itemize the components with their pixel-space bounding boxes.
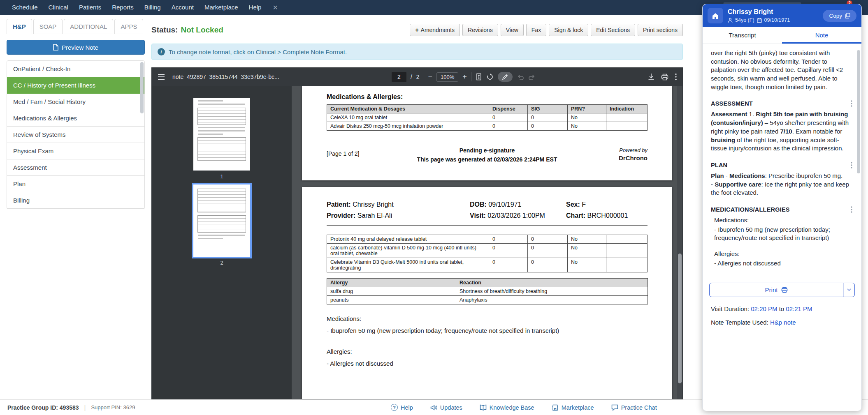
panel-allergies-line: - Allergies not discussed [714,259,853,268]
pdf-filename: note_492897_385115744_33e37b9e-bc... [172,74,279,80]
tab-hp[interactable]: H&P [7,19,32,34]
section-onpatient-checkin[interactable]: OnPatient / Check-In [7,61,144,77]
pdf-body: 1 2 Medications & Allergies: [152,86,682,399]
sidebar-scrollbar[interactable] [140,62,144,208]
table-row: peanutsAnaphylaxis [327,296,648,304]
section-cc-hpi[interactable]: CC / History of Present Illness [7,77,144,94]
panel-scrollbar[interactable] [857,50,860,173]
print-sections-button[interactable]: Print sections [638,24,683,36]
zoom-in-button[interactable]: + [462,73,467,81]
annotate-icon[interactable] [498,72,513,82]
pdf-scrollbar[interactable] [677,86,682,399]
note-section-list: OnPatient / Check-In CC / History of Pre… [7,60,145,209]
section-medications-allergies[interactable]: Medications & Allergies [7,110,144,127]
kebab-menu-icon[interactable] [850,99,853,108]
amendments-button[interactable]: Amendments [410,24,460,36]
print-note-button[interactable]: Print [709,283,855,297]
tab-transcript[interactable]: Transcript [703,27,782,44]
knowledge-base-link[interactable]: Knowledge Base [480,404,534,411]
rotate-icon[interactable] [486,73,494,81]
visit-start-time[interactable]: 02:20 PM [751,305,777,312]
calendar-icon [757,18,762,23]
toolbar-divider [424,72,424,81]
nav-help[interactable]: Help [244,0,267,15]
pdf-toolbar: note_492897_385115744_33e37b9e-bc... / 2… [152,68,682,86]
practice-group-id: Practice Group ID: 493583 [7,404,79,411]
section-billing[interactable]: Billing [7,192,144,209]
table-row: Advair Diskus 250 mcg-50 mcg inhalation … [327,122,648,131]
page-thumbnail-2[interactable] [193,184,250,257]
pdf-toolbar-right [648,73,677,81]
nav-account[interactable]: Account [166,0,199,15]
panel-allergies-label: Allergies: [714,250,853,258]
table-row: calcium (as carbonate)-vitamin D 500 mg-… [327,244,648,258]
fax-button[interactable]: Fax [526,24,546,36]
tab-note[interactable]: Note [782,27,861,44]
view-button[interactable]: View [501,24,524,36]
zoom-level[interactable]: 100% [436,72,458,82]
pdf-thumbnail-strip: 1 2 [152,86,292,399]
allergies-line: - Allergies not discussed [327,360,648,367]
tab-soap[interactable]: SOAP [33,19,63,34]
nav-clinical[interactable]: Clinical [43,0,74,15]
exam-text: over the right 5th (pinky) toe consisten… [711,49,853,91]
section-med-fam-social[interactable]: Med / Fam / Social History [7,94,144,110]
close-icon[interactable] [272,4,278,12]
edit-sections-button[interactable]: Edit Sections [591,24,635,36]
tab-additional[interactable]: ADDITIONAL [64,19,113,34]
updates-link[interactable]: Updates [430,404,462,411]
status-value: Not Locked [181,25,223,35]
kebab-menu-icon[interactable] [850,205,853,214]
page-thumbnail-1[interactable] [193,98,250,171]
revisions-button[interactable]: Revisions [462,24,498,36]
medications-line: - Ibuprofen 50 mg (new prescription toda… [327,327,648,334]
section-plan[interactable]: Plan [7,176,144,192]
fit-page-icon[interactable] [476,73,482,81]
status-label: Status: [151,25,178,35]
nav-patients[interactable]: Patients [74,0,107,15]
book-icon [480,404,487,411]
zoom-out-button[interactable]: − [428,73,433,81]
undo-icon[interactable] [517,74,524,80]
pending-esignature: Pending e-signature [388,146,586,155]
print-options-caret[interactable] [843,283,854,297]
copy-button[interactable]: Copy [823,10,856,22]
visit-end-time[interactable]: 02:21 PM [786,305,812,312]
medications-allergies-text: Medications: - Ibuprofen 50 mg (new pres… [711,216,853,267]
tab-apps[interactable]: APPS [114,19,143,34]
note-format-tabs: H&P SOAP ADDITIONAL APPS [7,19,145,34]
medications-allergies-section-title: MEDICATIONS/ALLERGIES [711,205,790,214]
section-review-of-systems[interactable]: Review of Systems [7,127,144,143]
practice-chat-link[interactable]: Practice Chat [611,404,657,411]
print-section: Print [703,276,861,297]
preview-note-button[interactable]: Preview Note [7,40,145,55]
nav-reports[interactable]: Reports [107,0,139,15]
sidebar-toggle-icon[interactable] [158,74,165,80]
print-icon[interactable] [661,74,668,81]
visit-duration-row: Visit Duration: 02:20 PM to 02:21 PM [711,305,853,312]
table-row: Protonix 40 mg oral delayed release tabl… [327,235,648,244]
kebab-menu-icon[interactable] [850,161,853,169]
section-physical-exam[interactable]: Physical Exam [7,143,144,159]
home-button[interactable] [708,8,723,23]
more-options-icon[interactable] [675,73,677,81]
toolbar-divider [471,72,471,81]
page-number-input[interactable] [392,72,406,82]
note-template-value[interactable]: H&p note [770,319,796,326]
allergies-label: Allergies: [327,348,648,355]
nav-marketplace[interactable]: Marketplace [199,0,244,15]
help-link[interactable]: Help [391,404,413,411]
nav-billing[interactable]: Billing [139,0,166,15]
marketplace-link[interactable]: Marketplace [552,404,594,411]
person-icon [728,18,733,23]
medications-label: Medications: [327,315,648,322]
updates-icon [430,404,437,411]
nav-schedule[interactable]: Schedule [7,0,43,15]
redo-icon[interactable] [528,74,536,80]
assessment-text: Assessment 1. Right 5th toe pain with br… [711,110,853,152]
patient-name: Chrissy Bright [728,8,790,16]
page-separator: / [411,74,412,80]
download-icon[interactable] [648,73,654,81]
section-assessment[interactable]: Assessment [7,159,144,176]
sign-lock-button[interactable]: Sign & lock [549,24,588,36]
